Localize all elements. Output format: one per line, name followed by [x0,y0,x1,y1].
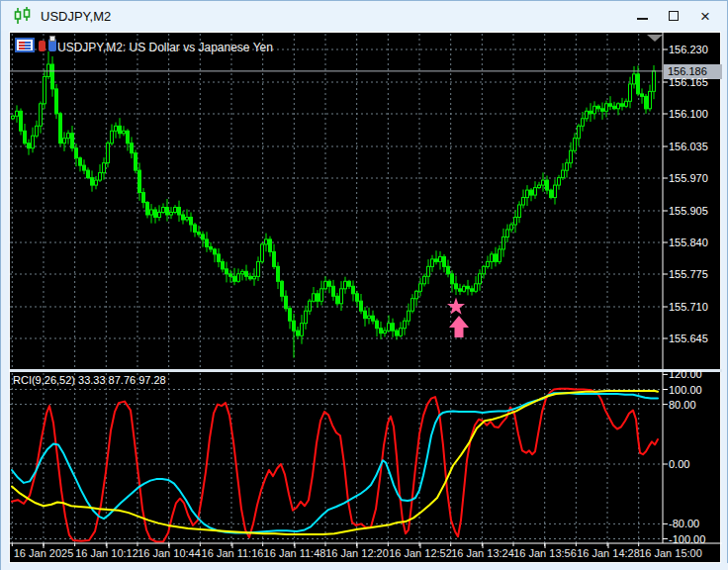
price-axis-label: 155.905 [669,205,708,217]
bear-candle [289,309,292,322]
bear-candle [222,261,225,269]
bull-candle [629,84,632,101]
bull-candle [186,218,189,221]
bull-candle [522,198,525,206]
bear-candle [182,215,185,220]
price-axis-label: 156.100 [669,108,708,120]
indicator-axis-label: 0.00 [669,458,689,470]
bull-candle [237,274,240,282]
indicator-badge-icon[interactable] [39,36,57,52]
bull-candle [653,71,656,91]
bear-candle [613,106,616,109]
bear-candle [356,294,359,302]
bull-candle [431,259,434,267]
bull-candle [16,111,19,116]
bear-candle [297,331,300,335]
bear-candle [281,281,284,296]
indicator-axis-label: -100.00 [669,533,705,545]
bear-candle [590,111,592,114]
bull-candle [625,101,628,106]
bear-candle [87,170,90,178]
bear-candle [51,64,54,89]
rci-line [12,389,658,542]
bear-candle [154,210,157,218]
bull-candle [174,208,177,213]
bull-candle [301,324,304,336]
bear-candle [328,281,331,286]
bear-candle [194,225,197,233]
bear-candle [451,274,454,284]
bull-candle [384,331,387,333]
bull-candle [510,225,513,230]
bull-candle [99,173,102,181]
bear-candle [285,296,288,309]
close-button[interactable]: × [689,3,721,29]
bull-candle [475,284,478,292]
bear-candle [218,254,221,262]
bear-candle [249,276,252,279]
bear-candle [550,190,553,198]
bull-candle [593,106,596,114]
bull-candle [538,185,541,188]
title-bar[interactable]: USDJPY,M2 × [1,1,727,31]
bear-candle [277,266,280,281]
bull-candle [313,294,316,302]
up-arrow-marker-icon[interactable] [449,316,469,337]
bull-candle [526,190,529,198]
pane-separator[interactable] [10,369,722,372]
bull-candle [605,104,608,112]
bear-candle [142,193,145,203]
bull-candle [570,150,573,163]
price-axis-label: 155.970 [669,172,708,184]
bear-candle [546,180,549,190]
bear-candle [91,178,94,186]
bull-candle [388,324,391,332]
bear-candle [609,104,612,107]
chart-canvas[interactable] [10,33,722,564]
news-list-icon[interactable] [15,38,35,52]
bear-candle [352,286,355,294]
bear-candle [79,158,82,166]
bull-candle [633,74,636,84]
bull-candle [542,180,545,185]
bull-candle [502,237,505,249]
close-icon: × [700,8,710,25]
bear-candle [20,111,23,131]
bear-candle [601,109,604,112]
bull-candle [479,274,482,284]
price-axis-label: 155.840 [669,237,708,248]
minimize-button[interactable] [626,3,658,29]
symbol-description: USDJPY,M2: US Dollar vs Japanese Yen [57,41,273,54]
bull-candle [558,178,561,186]
bear-candle [178,208,181,216]
bear-candle [372,316,375,321]
bear-candle [348,281,351,286]
bull-candle [404,321,407,329]
chart-client-area[interactable]: USDJPY,M2: US Dollar vs Japanese Yen RCI… [9,32,721,563]
bear-candle [75,148,78,158]
chart-shift-triangle-icon[interactable] [647,35,663,42]
bear-candle [443,256,446,266]
bull-candle [649,91,652,108]
bull-candle [158,213,161,218]
bull-candle [340,289,343,304]
indicator-axis-label: 100.00 [669,384,702,396]
bull-candle [103,163,106,173]
bear-candle [392,324,395,332]
bull-candle [162,208,165,213]
bear-candle [233,276,236,281]
bull-candle [150,210,153,215]
bear-candle [364,311,367,319]
star-marker-icon[interactable] [447,298,465,315]
price-axis-label: 155.645 [669,332,708,344]
bull-candle [63,139,66,143]
bear-candle [210,246,213,249]
bull-candle [123,131,126,134]
bear-candle [645,96,648,109]
bull-candle [566,163,569,171]
maximize-button[interactable] [658,3,689,29]
indicator-axis-label: 120.00 [669,368,702,380]
bear-candle [530,190,533,195]
time-axis-label: 16 Jan 15:00 [631,547,710,559]
bear-candle [202,235,205,239]
